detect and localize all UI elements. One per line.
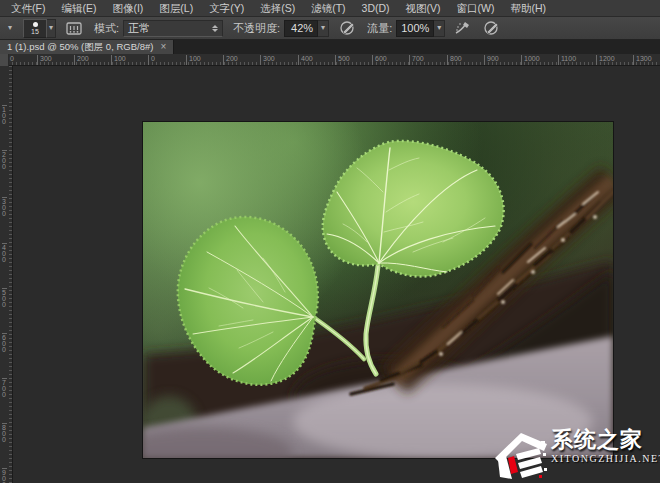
seedling-photo [143,122,613,458]
menu-item-10[interactable]: 帮助(H) [503,0,555,17]
airbrush-button[interactable] [453,19,473,37]
flow-label: 流量: [367,21,392,36]
menu-item-8[interactable]: 视图(V) [398,0,449,17]
xitongzhijia-logo-icon [495,427,547,481]
chevron-down-icon: ▾ [49,24,53,32]
brush-size-value: 15 [31,28,39,35]
hruler-label-17: 1300 [633,55,652,65]
vruler-label-2: 300 [2,197,7,217]
menu-item-0[interactable]: 文件(F) [3,0,53,17]
hruler-label-7: 300 [260,55,275,65]
vruler-label-5: 600 [2,333,7,353]
photo-right-leaf [323,141,504,277]
vruler-label-1: 200 [2,150,7,170]
ruler-origin-corner[interactable] [0,54,9,66]
options-bar: ▾ 15 ▾ 模式: 正常 不透明度: 42% ▾ [0,17,660,40]
brush-preset-dropdown[interactable]: ▾ [47,19,56,38]
hruler-label-13: 900 [484,55,499,65]
menu-item-7[interactable]: 3D(D) [354,0,398,17]
brush-panel-icon [66,21,82,36]
menu-item-4[interactable]: 文字(Y) [201,0,252,17]
tool-preset-dropdown-icon[interactable]: ▾ [5,24,15,32]
chevron-down-icon: ▾ [437,24,441,32]
flow-dropdown[interactable]: ▾ [434,20,445,37]
hruler-label-9: 500 [335,55,350,65]
watermark-site: XITONGZHIJIA.NET [551,453,660,465]
hruler-label-14: 1000 [521,55,540,65]
vruler-label-8: 900 [2,468,7,483]
pressure-opacity-button[interactable] [337,19,357,37]
menu-item-2[interactable]: 图像(I) [104,0,151,17]
horizontal-ruler[interactable]: 0300200100010020030040050060070080090010… [0,54,660,66]
close-icon[interactable]: × [160,42,166,52]
tablet-pressure-icon [483,20,500,36]
vruler-label-3: 400 [2,243,7,263]
document-tab[interactable]: 1 (1).psd @ 50% (图层 0, RGB/8#) × [0,40,174,54]
document-tab-bar: 1 (1).psd @ 50% (图层 0, RGB/8#) × [0,40,660,54]
photoshop-window: 文件(F)编辑(E)图像(I)图层(L)文字(Y)选择(S)滤镜(T)3D(D)… [0,0,660,483]
menu-item-3[interactable]: 图层(L) [151,0,201,17]
menu-item-1[interactable]: 编辑(E) [53,0,104,17]
hruler-label-5: 100 [186,55,201,65]
hruler-label-8: 400 [298,55,313,65]
brush-tip-icon [33,22,38,27]
hruler-label-6: 200 [223,55,238,65]
watermark-title: 系统之家 [551,427,660,453]
brush-preset-picker[interactable]: 15 [23,19,47,38]
chevron-down-icon: ▾ [321,24,325,32]
blend-mode-select[interactable]: 正常 [123,20,223,37]
opacity-input[interactable]: 42% [284,20,318,37]
hruler-label-4: 0 [148,55,155,65]
hruler-label-3: 100 [111,55,126,65]
flow-input[interactable]: 100% [396,20,434,37]
opacity-value: 42% [291,22,313,34]
blend-mode-value: 正常 [128,21,212,36]
menu-item-5[interactable]: 选择(S) [252,0,303,17]
canvas-image[interactable] [143,122,613,458]
watermark: 系统之家 XITONGZHIJIA.NET [495,427,660,481]
updown-arrows-icon [212,25,218,32]
mode-label: 模式: [94,21,119,36]
pressure-size-button[interactable] [481,19,501,37]
hruler-label-12: 800 [447,55,462,65]
tablet-pressure-icon [339,20,356,36]
hruler-label-15: 1100 [558,55,576,65]
menu-bar: 文件(F)编辑(E)图像(I)图层(L)文字(Y)选择(S)滤镜(T)3D(D)… [0,0,660,17]
hruler-label-16: 1200 [596,55,615,65]
opacity-label: 不透明度: [233,21,280,36]
menu-item-9[interactable]: 窗口(W) [449,0,503,17]
opacity-dropdown[interactable]: ▾ [318,20,329,37]
hruler-label-10: 600 [372,55,387,65]
airbrush-icon [454,20,472,36]
document-tab-title: 1 (1).psd @ 50% (图层 0, RGB/8#) [7,41,153,54]
ruler-ticks [9,66,12,483]
flow-value: 100% [401,22,429,34]
hruler-label-11: 700 [409,55,424,65]
vruler-label-4: 500 [2,288,7,308]
vertical-ruler[interactable]: 100200300400500600700800900 [0,66,13,483]
menu-item-6[interactable]: 滤镜(T) [303,0,353,17]
toggle-brush-panel-button[interactable] [64,19,84,37]
vruler-label-0: 100 [2,105,7,125]
hruler-label-2: 200 [74,55,89,65]
hruler-label-1: 300 [37,55,52,65]
vruler-label-6: 700 [2,378,7,398]
vruler-label-7: 800 [2,423,7,443]
